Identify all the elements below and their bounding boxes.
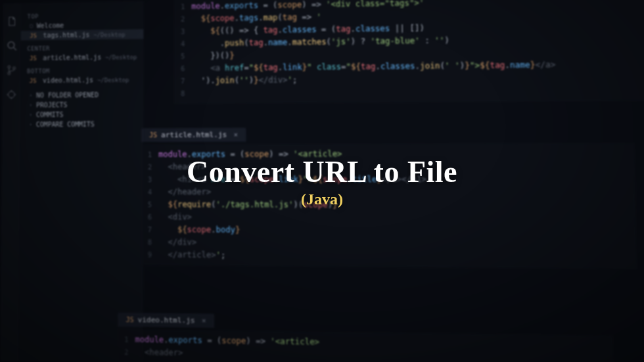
- sidebar-item-label: video.html.js: [43, 76, 93, 84]
- chevron-right-icon: ›: [29, 122, 32, 127]
- window-icon: ▢: [30, 23, 33, 29]
- line-number: 7: [174, 75, 191, 87]
- line-number: 8: [141, 236, 158, 248]
- chevron-right-icon: ›: [29, 112, 32, 118]
- sidebar-item-label: COMPARE COMMITS: [36, 121, 95, 128]
- tab-label: article.html.js: [161, 131, 227, 139]
- editor-pane-tags: 1module.exports = (scope) => '<div class…: [174, 0, 644, 104]
- chevron-right-icon: ›: [30, 93, 33, 99]
- js-badge: JS: [30, 32, 37, 39]
- js-badge: JS: [30, 78, 37, 84]
- line-number: 2: [118, 346, 135, 359]
- sidebar-item-video[interactable]: JS video.html.js ~/Desktop: [20, 75, 143, 85]
- sidebar-commits[interactable]: › COMMITS: [20, 109, 143, 120]
- sidebar-item-article[interactable]: JS article.html.js ~/Desktop: [20, 52, 143, 63]
- line-number: 7: [141, 223, 158, 236]
- svg-point-0: [8, 42, 14, 49]
- debug-icon: [7, 89, 17, 100]
- sidebar-item-label: NO FOLDER OPENED: [36, 91, 99, 99]
- tab-video[interactable]: JS video.html.js ×: [118, 313, 214, 328]
- activity-bar: [0, 3, 21, 361]
- sidebar-item-label: tags.html.js: [43, 31, 90, 39]
- line-number: 4: [141, 186, 158, 198]
- code-line: 9 </article>';: [141, 248, 637, 264]
- line-number: 4: [174, 37, 191, 50]
- line-number: 3: [174, 25, 191, 37]
- line-number: 8: [174, 87, 191, 100]
- line-number: 2: [174, 13, 191, 26]
- svg-point-2: [8, 72, 11, 75]
- sidebar: TOP ▢ Welcome JS tags.html.js ~/Desktop …: [18, 1, 143, 362]
- js-badge: JS: [30, 55, 37, 61]
- line-number: 1: [118, 333, 135, 346]
- svg-point-3: [13, 67, 16, 70]
- line-number: 5: [141, 198, 158, 211]
- sidebar-item-tags[interactable]: JS tags.html.js ~/Desktop: [21, 29, 144, 40]
- line-number: 1: [174, 1, 191, 13]
- line-number: 6: [174, 62, 191, 75]
- sidebar-item-path: ~/Desktop: [93, 31, 125, 37]
- js-badge: JS: [126, 316, 133, 323]
- line-number: 3: [141, 173, 158, 186]
- search-icon: [7, 41, 17, 51]
- subtitle: (Java): [187, 191, 457, 208]
- branch-icon: [7, 65, 17, 76]
- main-title: Convert URL to File: [187, 154, 457, 189]
- svg-point-1: [8, 66, 11, 68]
- sidebar-item-label: PROJECTS: [36, 101, 67, 108]
- editor-pane-video: 1module.exports = (scope) => '<article>2…: [118, 329, 613, 362]
- tab-article[interactable]: JS article.html.js ×: [141, 127, 246, 142]
- svg-point-4: [8, 91, 14, 98]
- sidebar-item-path: ~/Desktop: [105, 54, 137, 60]
- sidebar-item-label: Welcome: [37, 22, 64, 29]
- close-icon[interactable]: ×: [202, 316, 206, 325]
- line-number: 1: [141, 148, 158, 161]
- sidebar-compare[interactable]: › COMPARE COMMITS: [20, 119, 144, 129]
- tab-label: video.html.js: [138, 315, 195, 325]
- sidebar-projects[interactable]: › PROJECTS: [20, 99, 143, 110]
- files-icon: [7, 16, 17, 27]
- line-number: 2: [141, 161, 158, 173]
- chevron-right-icon: ›: [29, 102, 32, 108]
- sidebar-item-path: ~/Desktop: [97, 76, 129, 83]
- line-number: 9: [141, 248, 158, 261]
- title-overlay: Convert URL to File (Java): [187, 154, 457, 208]
- code-content: </article>';: [158, 249, 637, 265]
- line-number: 6: [141, 211, 158, 223]
- sidebar-item-label: article.html.js: [43, 54, 101, 62]
- close-icon[interactable]: ×: [233, 130, 238, 139]
- sidebar-item-label: COMMITS: [36, 111, 63, 118]
- sidebar-nofolder[interactable]: › NO FOLDER OPENED: [20, 89, 143, 100]
- line-number: 5: [174, 50, 191, 62]
- js-badge: JS: [149, 131, 157, 139]
